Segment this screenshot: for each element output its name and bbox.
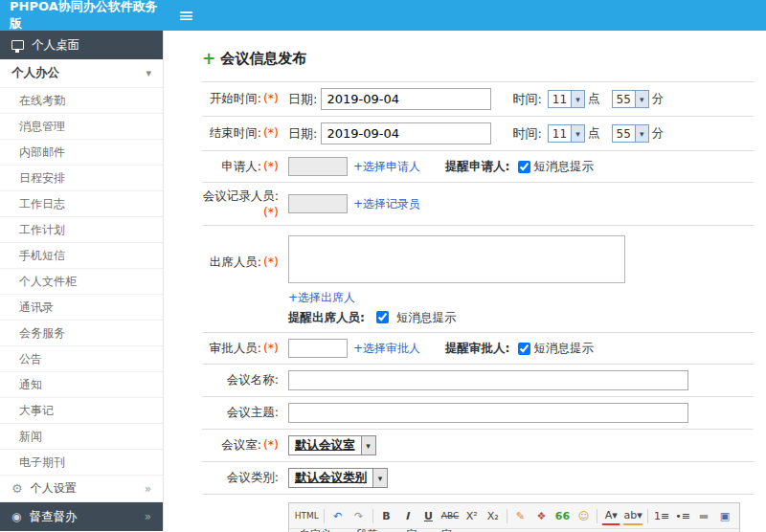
end-time-label: 结束时间:(*) <box>202 125 288 142</box>
sidebar-item-personal-settings[interactable]: ⚙ 个人设置 » <box>0 476 163 502</box>
palette-icon[interactable]: ❖ <box>531 506 551 525</box>
superscript-icon[interactable]: X² <box>462 506 482 525</box>
sidebar-item-message-management[interactable]: 消息管理 <box>0 114 163 140</box>
recorder-input[interactable] <box>288 194 348 213</box>
form-row-approver: 审批人员:(*) +选择审批人 提醒审批人: 短消息提示 <box>202 333 754 365</box>
form-row-recorder: 会议记录人员:(*) +选择记录员 <box>202 183 754 226</box>
main-content: + 会议信息发布 开始时间:(*) 日期: 时间: 11 ▾ 点 <box>164 31 766 532</box>
pick-approver-link[interactable]: +选择审批人 <box>353 341 420 357</box>
applicant-input[interactable] <box>288 157 348 176</box>
chevron-down-icon: ▾ <box>635 125 648 142</box>
blockquote-icon[interactable]: 66 <box>552 506 572 525</box>
pick-recorder-link[interactable]: +选择记录员 <box>353 196 420 212</box>
sms-remind-label: 短消息提示 <box>534 341 595 357</box>
html-source-icon[interactable]: HTML <box>294 506 320 525</box>
minute-unit: 分 <box>652 125 665 142</box>
rich-text-editor: HTML ↶ ↷ B I U ABC X² X₂ ✎ <box>288 502 740 532</box>
page-title: 会议信息发布 <box>220 50 306 68</box>
end-minute-select[interactable]: 55 ▾ <box>612 124 649 143</box>
redo-icon[interactable]: ↷ <box>349 506 369 525</box>
highlight-color-icon[interactable]: ab▾ <box>622 506 643 525</box>
meeting-name-input[interactable] <box>288 370 688 390</box>
app-title: PHPOA协同办公软件政务版 <box>0 0 165 33</box>
required-mark: (*) <box>263 125 279 140</box>
start-hour-select[interactable]: 11 ▾ <box>548 90 585 108</box>
sidebar-item-news[interactable]: 新闻 <box>0 424 163 450</box>
unordered-list-icon[interactable]: •≡ <box>673 506 692 525</box>
meeting-room-label: 会议室:(*) <box>202 437 288 454</box>
meeting-category-select[interactable]: 默认会议类别 ▾ <box>288 468 388 488</box>
subscript-icon[interactable]: X₂ <box>484 506 503 525</box>
required-mark: (*) <box>263 255 279 269</box>
sidebar-item-e-journal[interactable]: 电子期刊 <box>0 450 163 476</box>
chevron-down-icon: ▾ <box>635 91 648 107</box>
sidebar-desktop-label: 个人桌面 <box>32 37 79 54</box>
start-minute-select[interactable]: 55 ▾ <box>612 90 649 108</box>
ordered-list-icon[interactable]: 1≡ <box>652 506 671 525</box>
sidebar-item-contacts[interactable]: 通讯录 <box>0 295 163 321</box>
attendees-textarea[interactable] <box>288 235 625 283</box>
fullscreen-icon[interactable]: ▣ <box>715 506 734 525</box>
remind-applicant-checkbox[interactable] <box>518 161 530 173</box>
sidebar-supervision-label: 督查督办 <box>29 509 77 525</box>
sidebar-item-notice[interactable]: 通知 <box>0 372 163 398</box>
meeting-subject-input[interactable] <box>288 403 688 423</box>
pick-applicant-link[interactable]: +选择申请人 <box>353 159 420 175</box>
applicant-label: 申请人:(*) <box>202 159 288 175</box>
meeting-room-select[interactable]: 默认会议室 ▾ <box>288 435 376 455</box>
remind-attendees-checkbox[interactable] <box>376 311 389 323</box>
remind-approver-checkbox[interactable] <box>518 343 530 355</box>
font-color-icon[interactable]: A▾ <box>601 506 620 525</box>
undo-icon[interactable]: ↶ <box>328 506 348 525</box>
sidebar-item-supervision[interactable]: ◉ 督查督办 » <box>0 502 163 531</box>
form-row-attendees: 出席人员:(*) +选择出席人 提醒出席人员: 短消息提示 <box>202 226 754 333</box>
sms-remind-label: 短消息提示 <box>534 159 595 175</box>
meeting-form: 开始时间:(*) 日期: 时间: 11 ▾ 点 55 ▾ 分 <box>202 81 754 532</box>
sidebar-item-file-cabinet[interactable]: 个人文件柜 <box>0 269 163 295</box>
bold-icon[interactable]: B <box>376 506 395 525</box>
emoticon-icon[interactable]: ☺ <box>574 506 593 525</box>
date-label: 日期: <box>288 91 317 108</box>
sidebar-item-events[interactable]: 大事记 <box>0 398 163 424</box>
chevron-down-icon: ▾ <box>361 436 375 454</box>
sidebar-item-internal-mail[interactable]: 内部邮件 <box>0 140 163 166</box>
strikethrough-icon[interactable]: ABC <box>439 506 460 525</box>
sidebar-item-desktop[interactable]: 个人桌面 <box>0 31 163 59</box>
sidebar-item-schedule[interactable]: 日程安排 <box>0 166 163 191</box>
chevron-down-icon: ▾ <box>571 91 584 107</box>
sidebar-group-personal-office[interactable]: 个人办公 ▾ <box>0 59 163 88</box>
toolbar-separator <box>324 509 325 523</box>
pick-attendees-link[interactable]: +选择出席人 <box>288 291 355 304</box>
sidebar-item-work-log[interactable]: 工作日志 <box>0 191 163 217</box>
hamburger-menu-icon[interactable]: ≡ <box>165 6 208 25</box>
start-time-label: 开始时间:(*) <box>202 91 288 107</box>
form-row-editor: HTML ↶ ↷ B I U ABC X² X₂ ✎ <box>202 495 754 532</box>
sidebar-item-sms[interactable]: 手机短信 <box>0 243 163 269</box>
italic-icon[interactable]: I <box>397 506 417 525</box>
sidebar-item-announcement[interactable]: 公告 <box>0 346 163 372</box>
required-mark: (*) <box>263 341 279 355</box>
time-label: 时间: <box>512 91 541 108</box>
sidebar-menu: 在线考勤 消息管理 内部邮件 日程安排 工作日志 工作计划 手机短信 个人文件柜… <box>0 88 163 476</box>
sidebar-item-work-plan[interactable]: 工作计划 <box>0 217 163 243</box>
start-date-input[interactable] <box>321 88 491 110</box>
approver-input[interactable] <box>288 339 348 358</box>
format-brush-icon[interactable]: ✎ <box>510 506 529 525</box>
remind-approver-label: 提醒审批人: <box>445 341 510 357</box>
attendees-label: 出席人员:(*) <box>202 235 288 271</box>
end-date-input[interactable] <box>321 122 491 144</box>
time-label: 时间: <box>512 125 541 143</box>
sidebar-item-conference-service[interactable]: 会务服务 <box>0 321 163 346</box>
sidebar-item-online-attendance[interactable]: 在线考勤 <box>0 88 163 114</box>
date-label: 日期: <box>288 125 317 143</box>
form-row-end-time: 结束时间:(*) 日期: 时间: 11 ▾ 点 55 ▾ 分 <box>202 117 754 151</box>
toolbar-separator <box>647 509 648 523</box>
gear-icon: ⚙ <box>11 481 23 496</box>
underline-icon[interactable]: U <box>418 506 438 525</box>
page-break-icon[interactable]: ▬ <box>694 506 713 525</box>
recorder-label: 会议记录人员:(*) <box>202 188 288 219</box>
required-mark: (*) <box>263 437 279 452</box>
minute-unit: 分 <box>652 91 665 107</box>
editor-toolbar-row1: HTML ↶ ↷ B I U ABC X² X₂ ✎ <box>289 503 739 529</box>
end-hour-select[interactable]: 11 ▾ <box>548 124 585 143</box>
